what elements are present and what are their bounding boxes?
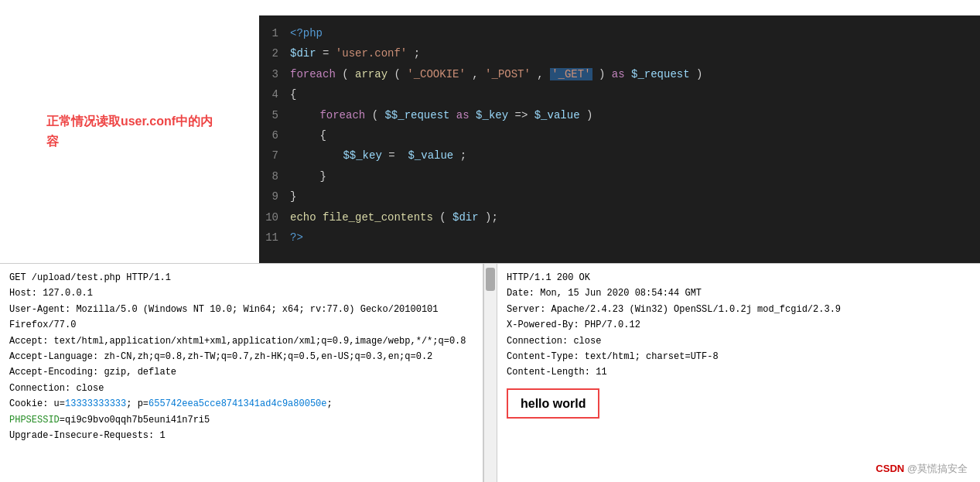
- code-line-1: 1 <?php: [259, 23, 980, 43]
- res-line6: Content-Type: text/html; charset=UTF-8: [507, 349, 971, 364]
- line-num-2: 2: [259, 45, 290, 62]
- code-line-8: 8 }: [259, 166, 980, 186]
- res-line5: Connection: close: [507, 333, 971, 349]
- cookie-end: ;: [326, 398, 332, 409]
- res-line3: Server: Apache/2.4.23 (Win32) OpenSSL/1.…: [507, 302, 971, 317]
- code-content-6: {: [290, 127, 980, 144]
- line-num-11: 11: [259, 229, 290, 246]
- code-content-4: {: [290, 86, 980, 103]
- phpsessid-label-link[interactable]: PHPSESSID: [9, 415, 60, 426]
- code-block: 1 <?php 2 $dir = 'user.conf' ; 3 foreach…: [259, 15, 980, 263]
- cookie-mid: ; p=: [126, 398, 149, 409]
- line-num-5: 5: [259, 107, 290, 124]
- code-line-5: 5 foreach ( $$_request as $_key => $_val…: [259, 105, 980, 125]
- code-content-2: $dir = 'user.conf' ;: [290, 45, 980, 62]
- code-content-8: }: [290, 168, 980, 185]
- req-line1: GET /upload/test.php HTTP/1.1: [9, 270, 473, 285]
- cookie-prefix: Cookie: u=: [9, 398, 65, 409]
- cookie-u-link[interactable]: 13333333333: [65, 398, 126, 409]
- line-num-1: 1: [259, 25, 290, 42]
- hello-world-container: hello world: [507, 385, 971, 419]
- footer-author: @莫慌搞安全: [907, 463, 968, 474]
- req-line3: User-Agent: Mozilla/5.0 (Windows NT 10.0…: [9, 302, 473, 333]
- res-line7: Content-Length: 11: [507, 364, 971, 380]
- annotation-text: 正常情况读取user.conf中的内容: [46, 111, 213, 151]
- bottom-section: GET /upload/test.php HTTP/1.1 Host: 127.…: [0, 263, 980, 482]
- code-content-1: <?php: [290, 25, 980, 42]
- code-content-5: foreach ( $$_request as $_key => $_value…: [290, 107, 980, 124]
- request-panel: GET /upload/test.php HTTP/1.1 Host: 127.…: [0, 264, 483, 482]
- cookie-p-link[interactable]: 655742eea5cce8741341ad4c9a80050e: [149, 398, 326, 409]
- req-cookie: Cookie: u=13333333333; p=655742eea5cce87…: [9, 396, 473, 412]
- footer-brand: CSDN: [876, 463, 904, 474]
- req-line2: Host: 127.0.0.1: [9, 285, 473, 301]
- code-line-2: 2 $dir = 'user.conf' ;: [259, 43, 980, 63]
- top-section: 正常情况读取user.conf中的内容 1 <?php 2 $dir = 'us…: [0, 0, 980, 263]
- line-num-10: 10: [259, 209, 290, 226]
- code-line-10: 10 echo file_get_contents ( $dir );: [259, 207, 980, 227]
- footer: CSDN @莫慌搞安全: [876, 462, 968, 476]
- req-line4: Accept: text/html,application/xhtml+xml,…: [9, 333, 473, 349]
- req-line-last: Upgrade-Insecure-Requests: 1: [9, 428, 473, 443]
- hello-world-box: hello world: [507, 388, 599, 419]
- code-content-10: echo file_get_contents ( $dir );: [290, 209, 980, 226]
- res-line1: HTTP/1.1 200 OK: [507, 270, 971, 285]
- line-num-7: 7: [259, 147, 290, 164]
- res-line4: X-Powered-By: PHP/7.0.12: [507, 317, 971, 333]
- code-line-9: 9 }: [259, 186, 980, 207]
- req-line6: Accept-Encoding: gzip, deflate: [9, 364, 473, 380]
- code-line-4: 4 {: [259, 84, 980, 104]
- phpsessid-val: =qi9c9bvo0qqh7b5euni41n7ri5: [60, 415, 210, 426]
- left-annotation: 正常情况读取user.conf中的内容: [0, 0, 259, 263]
- code-content-3: foreach ( array ( '_COOKIE' , '_POST' , …: [290, 66, 980, 83]
- line-num-8: 8: [259, 168, 290, 185]
- req-line7: Connection: close: [9, 381, 473, 396]
- response-panel: HTTP/1.1 200 OK Date: Mon, 15 Jun 2020 0…: [497, 264, 980, 482]
- line-num-6: 6: [259, 127, 290, 144]
- line-num-4: 4: [259, 86, 290, 103]
- code-line-11: 11 ?>: [259, 227, 980, 248]
- res-line2: Date: Mon, 15 Jun 2020 08:54:44 GMT: [507, 285, 971, 301]
- line-num-3: 3: [259, 66, 290, 83]
- code-content-7: $$_key = $_value ;: [290, 147, 980, 164]
- line-num-9: 9: [259, 188, 290, 205]
- scrollbar-thumb[interactable]: [486, 268, 495, 291]
- scrollbar-area[interactable]: [483, 264, 497, 482]
- code-line-3: 3 foreach ( array ( '_COOKIE' , '_POST' …: [259, 64, 980, 84]
- code-line-6: 6 {: [259, 125, 980, 145]
- code-content-9: }: [290, 188, 980, 205]
- code-line-7: 7 $$_key = $_value ;: [259, 145, 980, 166]
- req-phpsessid: PHPSESSID=qi9c9bvo0qqh7b5euni41n7ri5: [9, 412, 473, 428]
- code-content-11: ?>: [290, 229, 980, 246]
- req-line5: Accept-Language: zh-CN,zh;q=0.8,zh-TW;q=…: [9, 349, 473, 364]
